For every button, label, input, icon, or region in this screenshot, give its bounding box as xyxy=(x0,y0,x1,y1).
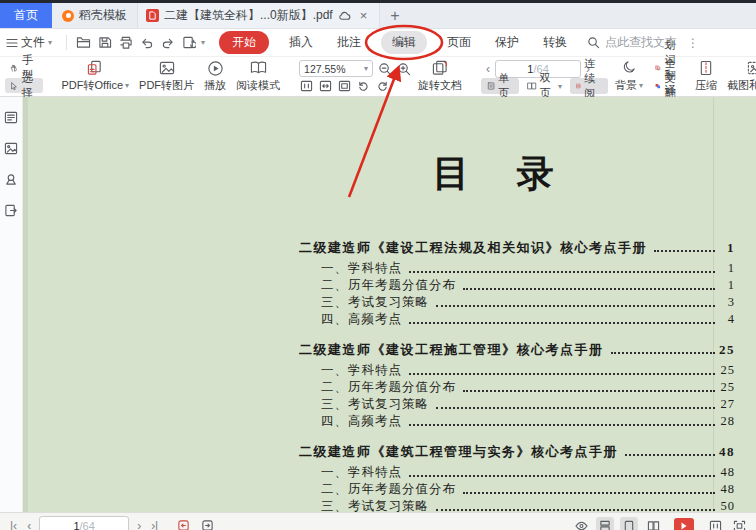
zoom-out-icon[interactable] xyxy=(378,62,392,76)
toc-entry-label: 二、历年考题分值分布 xyxy=(321,277,456,294)
undo-button[interactable] xyxy=(136,33,157,52)
extract-panel-icon[interactable] xyxy=(3,202,19,218)
last-page-button[interactable]: ›| xyxy=(149,519,160,530)
pdf-to-image-label: PDF转图片 xyxy=(139,78,194,93)
continuous-read-button[interactable]: 连续阅读 xyxy=(570,78,608,94)
toc-entry-page: 50 xyxy=(719,498,735,512)
select-tool-label: 选择 xyxy=(22,71,38,101)
toc-section-title: 二级建造师《建设工程法规及相关知识》核心考点手册1 xyxy=(299,239,735,256)
menu-item-convert[interactable]: 转换 xyxy=(539,31,571,54)
select-tool-button[interactable]: 选择 xyxy=(5,78,43,93)
toc-entry-label: 一、学科特点 xyxy=(321,260,402,277)
pdf-to-image-icon xyxy=(158,60,176,76)
toc-entry-page: 48 xyxy=(719,443,735,460)
toc-entry-label: 三、考试复习策略 xyxy=(321,294,429,311)
output-as-button[interactable] xyxy=(178,33,199,52)
compress-icon xyxy=(699,60,713,76)
image-panel-icon[interactable] xyxy=(3,140,19,156)
new-tab-button[interactable]: + xyxy=(380,3,409,28)
menu-item-comment[interactable]: 批注 xyxy=(333,31,365,54)
single-page-button[interactable]: 单页 xyxy=(481,78,519,94)
actual-size-button[interactable] xyxy=(706,517,724,530)
menu-item-protect[interactable]: 保护 xyxy=(491,31,523,54)
menu-item-edit[interactable]: 编辑 xyxy=(381,31,427,54)
find-text-button[interactable]: 点此查找文本 xyxy=(587,34,677,51)
first-page-button[interactable]: |‹ xyxy=(8,519,19,530)
rotate-left-icon[interactable] xyxy=(356,79,371,93)
document-page[interactable]: 目 录 二级建造师《建设工程法规及相关知识》核心考点手册1一、学科特点1二、历年… xyxy=(23,97,756,512)
stamp-panel-icon[interactable] xyxy=(3,171,19,187)
fit-width-button[interactable] xyxy=(318,79,333,93)
play-button[interactable]: 播放 xyxy=(199,59,231,94)
prev-page-button[interactable]: ‹ xyxy=(481,62,495,76)
redo-button[interactable] xyxy=(157,33,178,52)
play-slideshow-button[interactable] xyxy=(674,518,694,530)
toc-dot-leader xyxy=(409,424,715,426)
menu-item-insert[interactable]: 插入 xyxy=(285,31,317,54)
outline-panel-icon[interactable] xyxy=(3,109,19,125)
toc-entry-label: 一、学科特点 xyxy=(321,362,402,379)
moon-icon xyxy=(622,60,637,75)
more-options-icon[interactable]: ⋮ xyxy=(687,36,700,50)
toc-entry-label: 二、历年考题分值分布 xyxy=(321,481,456,498)
zoom-level-value: 127.55% xyxy=(304,63,345,75)
toc-section-title: 二级建造师《建筑工程管理与实务》核心考点手册48 xyxy=(299,443,735,460)
page-number-input[interactable]: 1 /64 xyxy=(39,516,129,530)
rotate-right-icon[interactable] xyxy=(375,79,390,93)
pdf-to-image-button[interactable]: PDF转图片 xyxy=(134,59,199,94)
toc-entry-page: 25 xyxy=(719,379,735,396)
fit-screen-button[interactable] xyxy=(730,517,748,530)
next-page-button[interactable]: › xyxy=(135,519,143,530)
open-file-button[interactable] xyxy=(73,33,94,52)
menu-file[interactable]: 文件 ▾ xyxy=(6,34,52,51)
save-button[interactable] xyxy=(94,33,115,52)
actual-size-button[interactable] xyxy=(299,79,314,93)
chevron-down-icon[interactable]: ▾ xyxy=(201,38,205,47)
double-page-button[interactable]: 双页 ▾ xyxy=(521,78,568,94)
translate-group: 划词翻译 全文翻译 xyxy=(648,59,690,94)
zoom-group: 127.55% ▾ xyxy=(297,59,413,94)
hand-icon xyxy=(10,62,18,74)
cloud-sync-icon xyxy=(338,11,351,21)
wps-pdf-window: 首页 稻壳模板 二建【建筑全科】...0新版】.pdf × + 文件 ▾ xyxy=(0,0,756,530)
page-edge xyxy=(23,97,28,512)
zoom-level-select[interactable]: 127.55% ▾ xyxy=(299,60,373,77)
double-page-button[interactable] xyxy=(644,517,662,530)
pdf-to-office-button[interactable]: PDF转Office▾ xyxy=(57,59,135,94)
tab-templates[interactable]: 稻壳模板 xyxy=(52,3,138,28)
fit-page-button[interactable] xyxy=(337,79,352,93)
word-translate-icon xyxy=(655,62,660,74)
toc-dot-leader xyxy=(654,250,715,252)
toc-section: 二级建造师《建设工程施工管理》核心考点手册25一、学科特点25二、历年考题分值分… xyxy=(299,341,735,430)
toc-dot-leader xyxy=(409,373,715,375)
background-button[interactable]: 背景▾ xyxy=(610,59,648,94)
tab-home[interactable]: 首页 xyxy=(0,3,52,28)
chevron-down-icon: ▾ xyxy=(639,81,643,90)
menu-item-page[interactable]: 页面 xyxy=(443,31,475,54)
tab-document[interactable]: 二建【建筑全科】...0新版】.pdf × xyxy=(138,3,380,28)
print-button[interactable] xyxy=(115,33,136,52)
compress-button[interactable]: 压缩 xyxy=(690,59,722,94)
full-translate-button[interactable]: 全文翻译 xyxy=(650,78,688,93)
divider xyxy=(66,35,67,50)
screenshot-compare-label: 截图和对比 xyxy=(727,78,756,93)
toc-entry-page: 25 xyxy=(719,362,735,379)
tab-close-icon[interactable]: × xyxy=(356,8,372,23)
prev-page-button[interactable]: ‹ xyxy=(25,519,33,530)
eye-protect-button[interactable] xyxy=(572,517,590,530)
toolbar-right-group: 背景▾ 划词翻译 全文翻译 压缩 截图和对比 xyxy=(610,59,756,94)
rotate-document-button[interactable]: 旋转文档 xyxy=(413,59,467,94)
screenshot-compare-button[interactable]: 截图和对比 xyxy=(722,59,756,94)
toc-section-title: 二级建造师《建设工程施工管理》核心考点手册25 xyxy=(299,341,735,358)
view-history-back-button[interactable] xyxy=(174,517,192,530)
continuous-read-button[interactable] xyxy=(596,517,614,530)
toc-dot-leader xyxy=(436,509,715,511)
view-history-forward-button[interactable] xyxy=(198,517,216,530)
single-page-button[interactable] xyxy=(620,517,638,530)
zoom-in-icon[interactable] xyxy=(397,62,411,76)
toc-item: 二、历年考题分值分布25 xyxy=(299,379,735,396)
menu-item-start[interactable]: 开始 xyxy=(219,31,269,54)
rotate-document-label: 旋转文档 xyxy=(418,78,462,93)
read-mode-button[interactable]: 阅读模式 xyxy=(231,59,285,94)
toc-item: 二、历年考题分值分布1 xyxy=(299,277,735,294)
